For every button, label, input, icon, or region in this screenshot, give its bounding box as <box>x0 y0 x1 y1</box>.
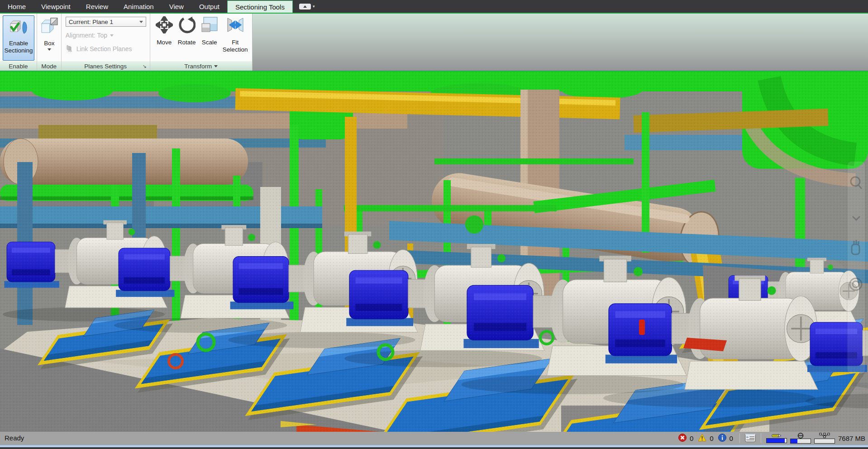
fit-selection-button[interactable]: Fit Selection <box>221 16 250 62</box>
menu-tab-sectioning-tools[interactable]: Sectioning Tools <box>227 0 293 13</box>
scale-button[interactable]: Scale <box>198 16 221 62</box>
group-mode: Box Mode <box>37 14 62 71</box>
window-bottom-strip <box>0 445 868 447</box>
ribbon: Enable Sectioning Enable <box>0 13 868 72</box>
move-button[interactable]: Move <box>153 16 176 62</box>
combobox-caret-icon <box>139 21 143 23</box>
disc-progress-meter[interactable] <box>790 433 811 444</box>
link-section-planes-button[interactable]: Link Section Planes <box>66 44 146 53</box>
error-count: 0 <box>690 435 693 442</box>
menu-tab-view[interactable]: View <box>162 0 191 13</box>
planes-settings-dialog-launcher[interactable]: ↘ <box>142 63 146 69</box>
transform-caret-icon <box>214 65 218 67</box>
alignment-dropdown[interactable]: Alignment: Top <box>66 32 146 39</box>
ribbon-collapse-icon[interactable] <box>299 4 311 10</box>
menu-tab-output[interactable]: Output <box>191 0 227 13</box>
box-mode-button[interactable]: Box <box>39 16 60 61</box>
fit-selection-icon <box>226 16 244 35</box>
menu-bar: Home Viewpoint Review Animation View Out… <box>0 0 868 13</box>
rotate-icon <box>178 16 196 35</box>
warning-count: 0 <box>710 435 713 442</box>
group-label-enable: Enable <box>0 62 37 71</box>
rotate-button[interactable]: Rotate <box>176 16 198 62</box>
link-section-planes-icon <box>66 44 74 53</box>
warning-icon <box>698 434 706 443</box>
menu-tab-home[interactable]: Home <box>0 0 33 13</box>
menu-tab-animation[interactable]: Animation <box>116 0 162 13</box>
group-label-planes-settings: Planes Settings ↘ <box>62 62 150 71</box>
memory-usage: 7687 MB <box>838 435 865 442</box>
group-planes-settings: Current: Plane 1 Alignment: Top <box>62 14 150 71</box>
menu-tab-viewpoint[interactable]: Viewpoint <box>33 0 78 13</box>
disc-icon <box>797 433 804 439</box>
box-mode-icon <box>40 17 59 37</box>
steering-wheel-ghost <box>790 257 853 320</box>
status-bar: Ready 0 0 0 <box>0 432 868 447</box>
box-mode-caret-icon <box>48 48 51 51</box>
sectioning-ribbon-panel: Enable Sectioning Enable <box>0 14 253 71</box>
info-count: 0 <box>730 435 733 442</box>
move-icon <box>156 16 173 35</box>
network-icon <box>819 433 830 439</box>
ribbon-collapse-caret-icon[interactable]: ▾ <box>313 4 315 9</box>
scene-statistics-icon[interactable] <box>745 433 756 444</box>
group-transform: Move Rotate <box>150 14 252 71</box>
menu-tab-review[interactable]: Review <box>78 0 116 13</box>
group-label-transform[interactable]: Transform <box>150 62 252 71</box>
scene-details <box>0 72 868 432</box>
group-label-mode: Mode <box>37 62 61 71</box>
scale-icon <box>201 16 218 35</box>
enable-sectioning-label: Enable Sectioning <box>3 40 34 54</box>
point-cloud-canvas[interactable] <box>0 72 868 432</box>
error-icon <box>678 434 687 443</box>
enable-sectioning-button[interactable]: Enable Sectioning <box>3 15 34 61</box>
pencil-icon <box>772 433 782 438</box>
network-progress-meter[interactable] <box>814 433 835 444</box>
viewport <box>0 72 868 432</box>
group-enable: Enable Sectioning Enable <box>0 14 37 71</box>
box-mode-label: Box <box>44 40 54 47</box>
enable-sectioning-icon <box>8 18 29 39</box>
current-plane-combobox[interactable]: Current: Plane 1 <box>66 17 146 27</box>
info-icon <box>718 434 726 443</box>
alignment-caret-icon <box>110 34 114 37</box>
pencil-progress-meter[interactable] <box>766 433 787 443</box>
status-ready-text: Ready <box>5 434 24 442</box>
